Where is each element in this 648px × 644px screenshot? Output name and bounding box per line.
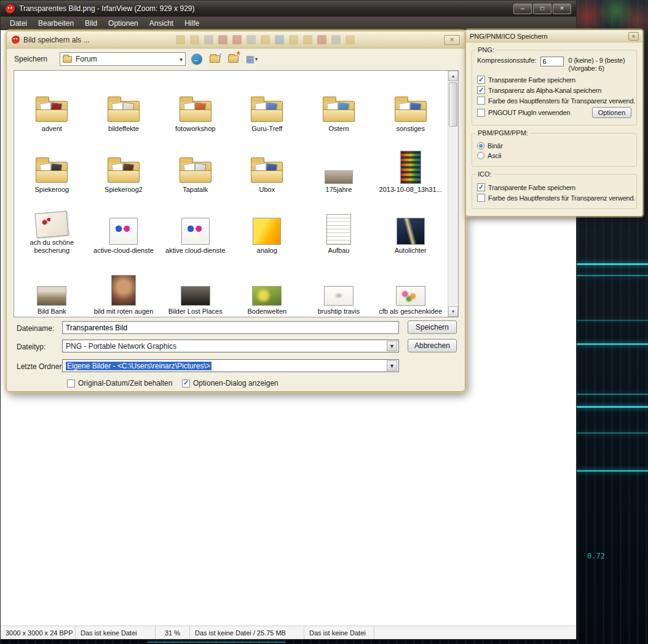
file-item-tapatalk[interactable]: Tapatalk — [159, 134, 231, 195]
file-item-bildeffekte[interactable]: bildeffekte — [88, 73, 160, 134]
up-arrow-icon: ↑ — [218, 52, 222, 59]
menu-bild[interactable]: Bild — [79, 17, 103, 30]
file-item-analog[interactable]: analog — [231, 195, 303, 256]
file-item-2013-10-08[interactable]: 2013-10-08_13h31... — [374, 134, 446, 195]
save-button[interactable]: Speichern — [408, 320, 457, 334]
up-one-level-button[interactable]: ↑ — [207, 52, 223, 66]
png-dialog-close-icon[interactable]: × — [628, 32, 639, 41]
view-menu-button[interactable]: ▦ ▾ — [244, 52, 259, 66]
file-item-ubox[interactable]: Ubox — [231, 134, 303, 195]
file-label: 2013-10-08_13h31... — [379, 186, 442, 194]
recent-folders-value: Eigene Bilder - <C:\Users\reinarz\Pictur… — [66, 362, 211, 370]
checkbox[interactable] — [477, 194, 485, 202]
file-item-spiekeroog2[interactable]: Spiekeroog2 — [88, 134, 160, 195]
file-item-aktive-cloud-dienste[interactable]: aktive cloud-dienste — [159, 195, 231, 256]
image-thumbnail — [252, 286, 282, 306]
chevron-down-icon: ▾ — [255, 56, 258, 62]
filename-input[interactable] — [62, 321, 399, 334]
menu-hilfe[interactable]: Hilfe — [179, 17, 205, 30]
chevron-down-icon[interactable]: ▾ — [180, 56, 183, 63]
ico-transparent-color-row[interactable]: Transparente Farbe speichern — [477, 183, 631, 191]
file-item-bodenwelten[interactable]: Bodenwelten — [231, 256, 303, 317]
new-folder-button[interactable]: * — [226, 52, 241, 66]
pngout-options-button[interactable]: Optionen — [592, 107, 631, 118]
vertical-scrollbar[interactable]: ▲ ▼ — [448, 71, 458, 317]
checkbox[interactable] — [477, 183, 485, 191]
save-dialog-title: Bild speichern als ... — [23, 36, 89, 44]
checkbox[interactable] — [477, 86, 485, 94]
current-folder: Forum — [76, 55, 97, 63]
radio-button[interactable] — [477, 142, 484, 149]
file-label: Ubox — [259, 186, 275, 194]
cancel-button[interactable]: Abbrechen — [408, 339, 457, 352]
compression-input[interactable] — [540, 57, 564, 66]
chevron-down-icon[interactable]: ▼ — [387, 360, 397, 371]
menu-datei[interactable]: Datei — [4, 17, 33, 30]
file-grid: advent bildeffekte fotoworkshop Guru-Tre… — [16, 73, 446, 316]
wallpaper-glow-line — [148, 642, 285, 643]
chevron-down-icon[interactable]: ▼ — [387, 341, 397, 351]
png-alpha-channel-row[interactable]: Transparenz als Alpha-Kanal speichern — [477, 86, 631, 94]
file-item-bild-mit-roten-augen[interactable]: bild mit roten augen — [88, 256, 160, 317]
png-transparent-color-row[interactable]: Transparente Farbe speichern — [477, 76, 631, 84]
scroll-up-button[interactable]: ▲ — [448, 71, 458, 81]
status-filler — [374, 626, 576, 639]
window-titlebar[interactable]: Transparentes Bild.png - IrfanView (Zoom… — [1, 1, 576, 17]
file-item-aufbau[interactable]: Aufbau — [303, 195, 375, 256]
file-item-autolichter[interactable]: Autolichter — [374, 195, 446, 256]
file-item-active-cloud-dienste[interactable]: active-cloud-dienste — [88, 195, 160, 256]
checkbox[interactable] — [477, 76, 485, 84]
file-item-bilder-lost-places[interactable]: Bilder Lost Places — [159, 256, 231, 317]
file-label: analog — [257, 247, 277, 255]
status-extra: Das ist keine Datei — [304, 626, 374, 639]
file-item-guru-treff[interactable]: Guru-Treff — [231, 73, 303, 134]
image-thumbnail — [181, 286, 210, 306]
pbm-binary-row[interactable]: Binär — [477, 142, 631, 149]
file-item-bild-bank[interactable]: Bild Bank — [16, 256, 88, 317]
checkbox[interactable] — [67, 380, 75, 388]
file-item-ostern[interactable]: Ostern — [303, 73, 375, 134]
menu-optionen[interactable]: Optionen — [103, 17, 144, 30]
wallpaper-glow-line — [577, 470, 648, 472]
menu-bearbeiten[interactable]: Bearbeiten — [33, 17, 79, 30]
file-item-spiekeroog[interactable]: Spiekeroog — [16, 134, 88, 195]
file-item-175jahre[interactable]: 175jahre — [303, 134, 375, 195]
minimize-button[interactable]: – — [513, 4, 532, 14]
ico-mainwindow-color-row[interactable]: Farbe des Hauptfensters für Transparenz … — [477, 194, 631, 202]
save-dialog-titlebar[interactable]: Bild speichern als ... × — [7, 31, 465, 49]
image-thumbnail — [181, 218, 210, 245]
save-dialog-close-icon[interactable]: × — [444, 35, 460, 45]
scrollbar-thumb[interactable] — [449, 82, 457, 127]
png-mainwindow-color-row[interactable]: Farbe des Hauptfensters für Transparenz … — [477, 97, 631, 105]
recent-folders-label: Letzte Ordner: — [17, 362, 64, 371]
file-item-cfb-als-geschenkidee[interactable]: cfb als geschenkidee — [374, 256, 446, 317]
close-button[interactable]: × — [553, 4, 571, 14]
file-item-advent[interactable]: advent — [16, 73, 88, 134]
folder-combobox[interactable]: Forum ▾ — [60, 52, 186, 66]
checkbox[interactable] — [477, 109, 485, 117]
filename-label: Dateiname: — [17, 324, 54, 333]
maximize-button[interactable]: □ — [533, 4, 551, 14]
show-options-checkbox-row[interactable]: Optionen-Dialog anzeigen — [182, 379, 279, 388]
menu-bar: Datei Bearbeiten Bild Optionen Ansicht H… — [1, 17, 576, 30]
pbm-ascii-row[interactable]: Ascii — [477, 152, 631, 159]
checkbox[interactable] — [182, 380, 190, 388]
file-item-ach-du-schoene[interactable]: ach du schöne bescherung — [16, 195, 88, 256]
checkbox[interactable] — [477, 97, 485, 105]
file-item-sonstiges[interactable]: sonstiges — [374, 73, 446, 134]
file-item-fotoworkshop[interactable]: fotoworkshop — [159, 73, 231, 134]
recent-folders-select[interactable]: Eigene Bilder - <C:\Users\reinarz\Pictur… — [62, 359, 399, 372]
back-arrow-icon: ← — [191, 54, 202, 65]
back-button[interactable]: ← — [189, 52, 204, 66]
status-file-info: Das ist keine Datei — [76, 626, 156, 639]
radio-button[interactable] — [477, 152, 484, 159]
menu-ansicht[interactable]: Ansicht — [144, 17, 179, 30]
keep-date-checkbox-row[interactable]: Original-Datum/Zeit behalten — [67, 379, 172, 388]
status-bar: 3000 x 3000 x 24 BPP Das ist keine Datei… — [1, 626, 576, 639]
pngout-plugin-row[interactable]: PNGOUT PlugIn verwenden Optionen — [477, 107, 631, 118]
png-dialog-titlebar[interactable]: PNG/PNM/ICO Speichern × — [466, 30, 642, 42]
save-dialog-toolbar: Speichern Forum ▾ ← ↑ * ▦ ▾ — [7, 49, 465, 70]
scroll-down-button[interactable]: ▼ — [448, 306, 458, 317]
filetype-select[interactable]: PNG - Portable Network Graphics ▼ — [62, 340, 399, 352]
file-item-brushtip-travis[interactable]: brushtip travis — [303, 256, 375, 317]
